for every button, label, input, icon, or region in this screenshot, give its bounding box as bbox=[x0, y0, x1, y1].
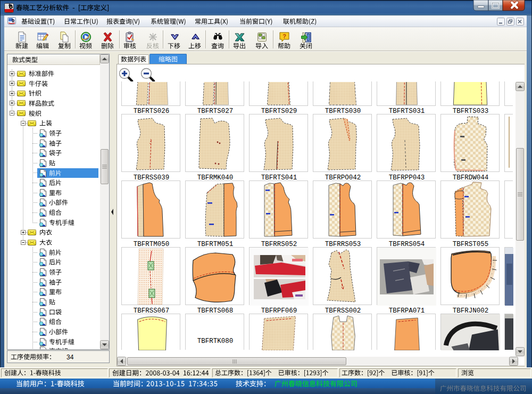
svg-text:?: ? bbox=[282, 33, 286, 39]
